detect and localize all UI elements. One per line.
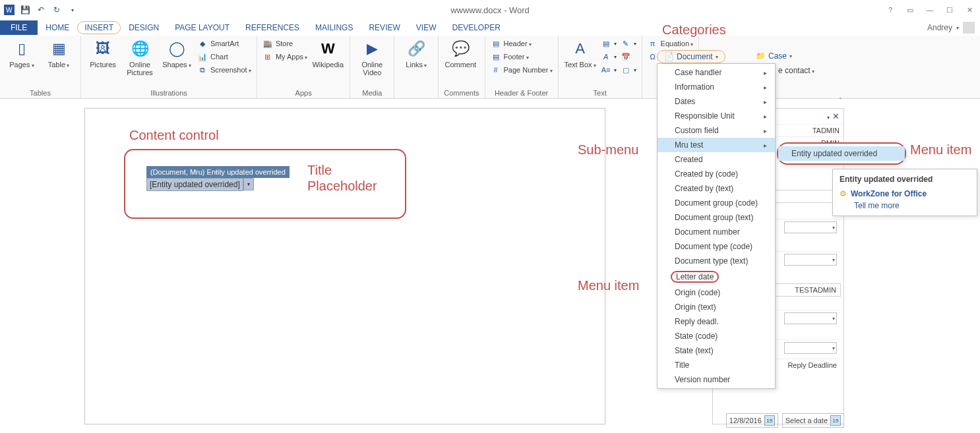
links-button[interactable]: 🔗Links [400,38,433,69]
text-box-button[interactable]: AText Box [564,38,597,69]
drop-cap-button[interactable]: A≡▾ [601,65,617,75]
tab-review[interactable]: REVIEW [361,20,408,35]
online-video-icon: ▶ [361,38,383,59]
pages-button[interactable]: ▯ Pages [5,38,38,69]
undo-icon[interactable]: ↶ [36,5,46,15]
store-icon: 🏬 [262,38,273,49]
dropdown-item-case-handler[interactable]: Case handler▸ [658,65,775,80]
pane-menu-icon[interactable]: ▾ [827,115,830,121]
category-case-button[interactable]: 📁Case▾ [749,50,799,62]
category-document-button[interactable]: 📄 Document ▾ [657,50,725,63]
date-time-button[interactable]: 📅 [621,51,636,62]
shapes-button[interactable]: ◯Shapes [160,38,193,69]
close-icon[interactable]: ✕ [963,3,976,16]
submenu-item-entity-updated[interactable]: Entity updated overrided [778,146,905,161]
content-control-dropdown-icon[interactable]: ▾ [243,178,254,190]
content-control[interactable]: (Document, Mru) Entity updated overrided… [146,166,290,191]
tab-design[interactable]: DESIGN [121,20,167,35]
dropdown-item-state-text-[interactable]: State (text) [658,343,775,358]
tooltip-tell-me-more[interactable]: Tell me more [840,201,970,210]
dropdown-item-document-type-text-[interactable]: Document type (text) [658,254,775,268]
equation-button[interactable]: πEquation [648,38,694,49]
maximize-icon[interactable]: ☐ [943,3,956,16]
tooltip-link-workzone[interactable]: ⚙ WorkZone for Office [840,189,970,198]
combo-4[interactable]: ▾ [784,342,837,354]
dropdown-item-origin-code-[interactable]: Origin (code) [658,285,775,300]
dropdown-item-document-type-code-[interactable]: Document type (code) [658,239,775,254]
chart-button[interactable]: 📊Chart [197,51,251,62]
dropdown-item-responsible-unit[interactable]: Responsible Unit▸ [658,109,775,123]
dropdown-item-document-group-code-[interactable]: Document group (code) [658,196,775,210]
dropdown-item-created-by-text-[interactable]: Created by (text) [658,181,775,196]
dropdown-item-information[interactable]: Information▸ [658,80,775,94]
combo-3[interactable]: ▾ [784,312,837,324]
calendar-icon: 15 [830,415,841,426]
equation-icon: π [648,38,658,49]
dropdown-item-custom-field[interactable]: Custom field▸ [658,123,775,138]
date-picker-value[interactable]: 12/8/201615 [726,413,778,428]
object-button[interactable]: ▢▾ [621,65,636,75]
tab-developer[interactable]: DEVELOPER [444,20,508,35]
combo-2[interactable]: ▾ [784,254,837,266]
group-apps: 🏬Store ⊞My Apps WWikipedia Apps [257,36,350,98]
document-icon: 📄 [664,52,674,61]
header-button[interactable]: ▤Header [491,38,553,49]
tab-home[interactable]: HOME [38,20,77,35]
my-apps-button[interactable]: ⊞My Apps [262,51,307,62]
redo-icon[interactable]: ↻ [51,5,62,15]
quick-parts-button[interactable]: ▤▾ [601,38,617,49]
dropdown-item-title[interactable]: Title [658,358,775,372]
content-control-placeholder[interactable]: [Entity updated overrided] [146,178,243,191]
screenshot-button[interactable]: ⧉Screenshot [197,65,251,75]
tab-file[interactable]: FILE [0,20,38,35]
wordart-button[interactable]: A▾ [601,51,617,62]
tab-mailings[interactable]: MAILINGS [307,20,361,35]
dropdown-item-version-number[interactable]: Version number [658,372,775,387]
wikipedia-button[interactable]: WWikipedia [311,38,344,69]
user-area[interactable]: Andrey ▾ [927,22,980,34]
combo-1[interactable]: ▾ [784,221,837,233]
dropdown-item-document-number[interactable]: Document number [658,225,775,239]
group-illustrations: 🖼Pictures 🌐Online Pictures ◯Shapes ◆Smar… [81,36,257,98]
online-pictures-button[interactable]: 🌐Online Pictures [123,38,156,76]
smartart-button[interactable]: ◆SmartArt [197,38,251,49]
collapse-ribbon-icon[interactable]: ˆ [840,98,842,105]
save-icon[interactable]: 💾 [20,5,30,15]
signature-line-button[interactable]: ✎▾ [621,38,636,49]
dropdown-item-document-group-text-[interactable]: Document group (text) [658,210,775,225]
page-number-button[interactable]: #Page Number [491,65,553,75]
dropdown-item-state-code-[interactable]: State (code) [658,329,775,343]
comment-button[interactable]: 💬Comment [444,38,477,69]
pictures-button[interactable]: 🖼Pictures [86,38,119,69]
dropdown-item-created-by-code-[interactable]: Created by (code) [658,167,775,181]
chevron-right-icon: ▸ [764,98,767,105]
window-title: wwwww.docx - Word [450,5,530,15]
help-icon[interactable]: ? [884,3,897,16]
chevron-right-icon: ▸ [764,69,767,76]
group-header-footer: ▤Header ▤Footer #Page Number Header & Fo… [485,36,559,98]
store-button[interactable]: 🏬Store [262,38,307,49]
ribbon-display-icon[interactable]: ▭ [903,3,917,16]
wikipedia-icon: W [317,38,338,59]
quick-parts-icon: ▤ [601,38,611,49]
table-button[interactable]: ▦ Table [42,38,75,69]
category-contact-button[interactable]: e contact ▾ [778,66,814,75]
dropdown-item-created[interactable]: Created [658,152,775,167]
tab-references[interactable]: REFERENCES [237,20,307,35]
dropdown-item-origin-text-[interactable]: Origin (text) [658,300,775,314]
tab-view[interactable]: VIEW [408,20,444,35]
object-icon: ▢ [621,65,631,75]
tab-insert[interactable]: INSERT [77,21,121,34]
annotation-menu-item-left: Menu item [578,278,639,293]
tab-page-layout[interactable]: PAGE LAYOUT [167,20,237,35]
pane-close-icon[interactable]: ✕ [832,111,840,121]
qat-customize-icon[interactable]: ▾ [67,5,78,15]
footer-button[interactable]: ▤Footer [491,51,553,62]
dropdown-item-dates[interactable]: Dates▸ [658,94,775,109]
dropdown-item-mru-test[interactable]: Mru test▸ [658,138,775,152]
dropdown-item-letter-date[interactable]: Letter date [658,268,775,285]
minimize-icon[interactable]: — [923,3,936,16]
dropdown-item-reply-deadl-[interactable]: Reply deadl. [658,314,775,329]
date-picker-select[interactable]: Select a date15 [782,413,844,428]
online-video-button[interactable]: ▶Online Video [355,38,388,76]
